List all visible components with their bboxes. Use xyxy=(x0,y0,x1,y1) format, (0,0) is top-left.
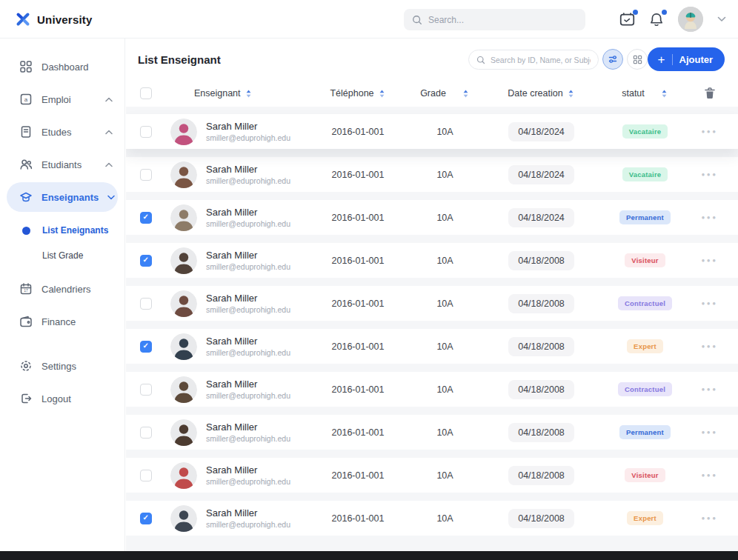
sort-icon[interactable] xyxy=(660,89,668,99)
grade-cell: 10A xyxy=(406,256,484,266)
date-creation-chip: 04/18/2008 xyxy=(508,423,574,442)
teacher-email: smiller@eduprohigh.edu xyxy=(206,262,290,271)
row-checkbox[interactable] xyxy=(140,384,152,396)
notifications-button[interactable] xyxy=(649,12,664,27)
chevron-up-icon xyxy=(105,130,113,135)
teacher-avatar xyxy=(170,333,197,360)
sort-icon[interactable] xyxy=(378,89,386,99)
sidebar-item-label: Finance xyxy=(41,316,76,327)
row-menu-button[interactable]: ●●● xyxy=(702,386,718,393)
row-menu-button[interactable]: ●●● xyxy=(702,171,718,178)
row-checkbox[interactable] xyxy=(140,427,152,439)
svg-text:17: 17 xyxy=(24,288,28,293)
table-row: Sarah Miller smiller@eduprohigh.edu 2016… xyxy=(126,157,738,192)
sidebar-item-label: Settings xyxy=(41,361,76,372)
sort-icon[interactable] xyxy=(567,89,575,99)
user-avatar[interactable] xyxy=(678,7,703,32)
teacher-name: Sarah Miller xyxy=(206,250,290,261)
filter-button[interactable] xyxy=(602,49,623,70)
sidebar-subitem-list-enseignants[interactable]: List Eneignants xyxy=(0,218,124,243)
sidebar-item-label: Logout xyxy=(41,393,71,404)
phone-cell: 2016-01-001 xyxy=(310,470,406,481)
table-row: Sarah Miller smiller@eduprohigh.edu 2016… xyxy=(126,415,738,450)
phone-cell: 2016-01-001 xyxy=(310,127,406,137)
teacher-email: smiller@eduprohigh.edu xyxy=(206,520,290,529)
row-menu-button[interactable]: ●●● xyxy=(702,515,718,521)
grade-cell: 10A xyxy=(406,384,484,395)
row-checkbox[interactable] xyxy=(140,341,152,353)
sidebar-item-label: Dashboard xyxy=(41,61,89,73)
row-menu-button[interactable]: ●●● xyxy=(702,300,718,307)
grade-cell: 10A xyxy=(406,470,484,481)
date-creation-chip: 04/18/2008 xyxy=(508,337,574,356)
sidebar-item-enseignants[interactable]: Enseignants xyxy=(7,182,118,212)
column-header-statut[interactable]: statut xyxy=(622,88,645,99)
teacher-email: smiller@eduprohigh.edu xyxy=(206,176,290,185)
select-all-checkbox[interactable] xyxy=(140,87,152,99)
sidebar-item-etudiants[interactable]: Etudiants xyxy=(0,148,124,181)
grade-cell: 10A xyxy=(406,127,484,137)
messages-button[interactable] xyxy=(619,12,635,27)
sidebar-item-emploi[interactable]: a Emploi xyxy=(0,83,124,116)
row-menu-button[interactable]: ●●● xyxy=(702,214,718,221)
teacher-avatar xyxy=(170,161,197,188)
teacher-email: smiller@eduprohigh.edu xyxy=(206,133,290,142)
sidebar-item-finance[interactable]: Finance xyxy=(0,305,124,338)
teacher-name: Sarah Miller xyxy=(206,421,290,433)
row-menu-button[interactable]: ●●● xyxy=(702,472,718,479)
column-header-enseignant[interactable]: Enseignant xyxy=(194,88,241,99)
brand[interactable]: University xyxy=(15,0,93,39)
sort-icon[interactable] xyxy=(462,89,470,99)
sidebar-item-etudes[interactable]: Etudes xyxy=(0,116,124,148)
table-header: Enseignant Téléphone Grade Date creation… xyxy=(126,80,738,107)
teacher-name: Sarah Miller xyxy=(206,336,290,347)
sidebar-item-calendriers[interactable]: 17 Calendriers xyxy=(0,273,124,305)
logout-icon xyxy=(19,392,33,405)
row-menu-button[interactable]: ●●● xyxy=(702,257,718,264)
row-menu-button[interactable]: ●●● xyxy=(702,128,718,135)
search-icon xyxy=(412,15,422,25)
sidebar-item-logout[interactable]: Logout xyxy=(0,382,124,415)
phone-cell: 2016-01-001 xyxy=(310,384,406,395)
row-checkbox[interactable] xyxy=(140,513,152,524)
teacher-email: smiller@eduprohigh.edu xyxy=(206,348,290,357)
row-menu-button[interactable]: ●●● xyxy=(702,343,718,350)
page-title: List Enseignant xyxy=(138,53,221,66)
bulk-delete-button[interactable] xyxy=(691,87,728,99)
row-checkbox[interactable] xyxy=(140,169,152,181)
column-header-grade[interactable]: Grade xyxy=(420,88,446,99)
teacher-name: Sarah Miller xyxy=(206,379,290,390)
row-checkbox[interactable] xyxy=(140,212,152,224)
status-badge: Contractuel xyxy=(618,382,672,396)
row-menu-button[interactable]: ●●● xyxy=(702,429,718,436)
teacher-email: smiller@eduprohigh.edu xyxy=(206,477,290,486)
grid-icon xyxy=(19,60,33,73)
row-checkbox[interactable] xyxy=(140,298,152,310)
table-row: Sarah Miller smiller@eduprohigh.edu 2016… xyxy=(126,329,738,364)
add-teacher-button[interactable]: + Ajouter xyxy=(648,47,725,71)
column-header-date-creation[interactable]: Date creation xyxy=(508,88,562,99)
sidebar-item-dashboard[interactable]: Dashboard xyxy=(0,50,124,83)
grid-view-button[interactable] xyxy=(627,49,648,70)
teacher-avatar xyxy=(170,505,197,532)
table-search[interactable] xyxy=(468,50,599,70)
gear-icon xyxy=(19,359,33,373)
teacher-email: smiller@eduprohigh.edu xyxy=(206,219,290,228)
teacher-name: Sarah Miller xyxy=(206,464,290,476)
row-checkbox[interactable] xyxy=(140,255,152,267)
global-search-input[interactable] xyxy=(428,15,577,25)
row-checkbox[interactable] xyxy=(140,126,152,138)
teacher-name: Sarah Miller xyxy=(206,121,290,132)
plus-icon: + xyxy=(658,53,665,66)
sidebar-subitem-list-grade[interactable]: List Grade xyxy=(0,243,124,268)
table-row: Sarah Miller smiller@eduprohigh.edu 2016… xyxy=(126,286,738,321)
table-search-input[interactable] xyxy=(491,56,591,64)
profile-menu-chevron-icon[interactable] xyxy=(717,16,726,22)
row-checkbox[interactable] xyxy=(140,470,152,481)
date-creation-chip: 04/18/2008 xyxy=(508,294,574,313)
sidebar-item-label: Etudes xyxy=(41,127,71,138)
sidebar-item-settings[interactable]: Settings xyxy=(0,350,124,382)
column-header-telephone[interactable]: Téléphone xyxy=(330,88,373,99)
sort-icon[interactable] xyxy=(245,89,253,99)
global-search[interactable] xyxy=(404,9,585,30)
